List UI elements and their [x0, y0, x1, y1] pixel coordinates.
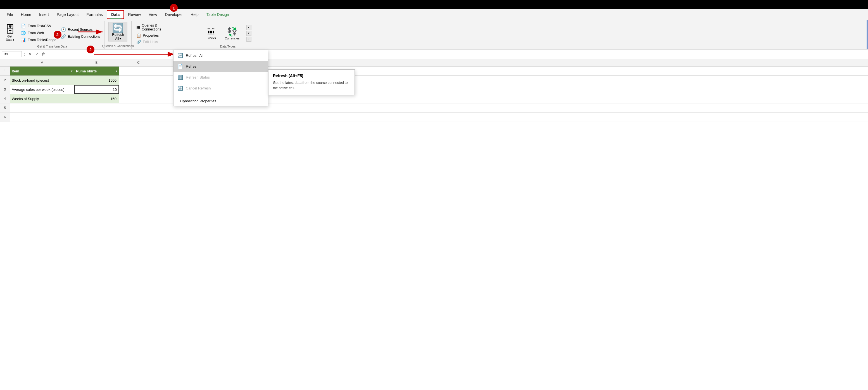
- from-text-csv-button[interactable]: 📄 From Text/CSV: [20, 23, 58, 29]
- queries-connections-button[interactable]: ▦ Queries & Connections: [135, 23, 162, 32]
- cancel-refresh-menu-item: 🔄 Cancel Refresh: [174, 83, 268, 94]
- stocks-label: Stocks: [207, 36, 216, 40]
- cancel-refresh-icon: 🔄: [177, 86, 183, 91]
- scroll-down-button[interactable]: ▼: [246, 31, 251, 36]
- get-data-button[interactable]: 🗄 Get Data ▾: [3, 24, 17, 42]
- cell-a6[interactable]: [10, 113, 74, 122]
- step-badge-1: 1: [170, 4, 178, 12]
- refresh-dropdown-menu: 🔄 Refresh All 📄 Refresh ℹ️ Refresh Statu…: [173, 50, 268, 106]
- dropdown-separator: [174, 95, 268, 95]
- tooltip-box: Refresh (Alt+F5) Get the latest data fro…: [268, 69, 355, 95]
- from-web-icon: 🌐: [21, 30, 26, 35]
- column-headers: A B C D E: [0, 59, 868, 66]
- menu-item-file[interactable]: File: [3, 11, 17, 19]
- stocks-button[interactable]: 🏛 Stocks: [204, 26, 218, 41]
- col-header-c[interactable]: C: [119, 59, 158, 66]
- refresh-all-label: Refresh: [112, 33, 124, 37]
- refresh-status-icon: ℹ️: [177, 74, 183, 80]
- cell-reference-box[interactable]: [2, 51, 22, 57]
- confirm-icon[interactable]: ✓: [34, 52, 40, 57]
- cell-c1[interactable]: [119, 66, 158, 76]
- cell-d6[interactable]: [158, 113, 197, 122]
- cancel-refresh-label: Cancel Refresh: [186, 86, 211, 90]
- menu-bar: 1 File Home Insert Page Layout Formulas …: [0, 9, 868, 20]
- cell-b4[interactable]: 150: [74, 94, 119, 103]
- refresh-all-button[interactable]: 🔄 Refresh All ▾: [108, 22, 127, 42]
- cell-c4[interactable]: [119, 94, 158, 103]
- refresh-all-menu-icon: 🔄: [177, 53, 183, 58]
- from-web-button[interactable]: 🌐 From Web: [20, 30, 58, 36]
- from-text-csv-icon: 📄: [21, 24, 26, 29]
- cell-c3[interactable]: [119, 85, 158, 94]
- step-badge-2b: 2: [87, 46, 94, 53]
- menu-item-formulas[interactable]: Formulas: [83, 11, 107, 19]
- recent-sources-icon: 🕐: [61, 27, 66, 32]
- cell-b2[interactable]: 1500: [74, 76, 119, 85]
- menu-item-home[interactable]: Home: [17, 11, 35, 19]
- currencies-label: Currencies: [225, 37, 240, 40]
- spreadsheet-row-6: 6: [0, 113, 868, 122]
- ribbon-group-refresh: 🔄 Refresh All ▾ ▦ Queries & Connections …: [104, 21, 132, 49]
- menu-item-view[interactable]: View: [145, 11, 161, 19]
- from-table-range-icon: 📊: [21, 37, 26, 42]
- cell-b6[interactable]: [74, 113, 119, 122]
- cell-a1[interactable]: Item ▾: [10, 66, 74, 76]
- currencies-button[interactable]: 💱 Currencies: [222, 26, 242, 41]
- ribbon-queries-col: ▦ Queries & Connections 📋 Properties 🔗 E…: [135, 23, 162, 45]
- cell-a5[interactable]: [10, 103, 74, 112]
- stocks-icon: 🏛: [207, 27, 215, 36]
- refresh-menu-item[interactable]: 📄 Refresh: [174, 61, 268, 72]
- cell-a4[interactable]: Weeks of Supply: [10, 94, 74, 103]
- scroll-up-button[interactable]: ▲: [246, 25, 251, 30]
- edit-links-button[interactable]: 🔗 Edit Links: [135, 39, 162, 45]
- step-badge-2a: 2: [54, 31, 61, 38]
- row-num-3: 3: [0, 85, 10, 94]
- tooltip-text: Get the latest data from the source conn…: [273, 80, 350, 91]
- refresh-all-menu-item[interactable]: 🔄 Refresh All: [174, 50, 268, 61]
- connection-properties-label: Connection Properties...: [180, 99, 219, 103]
- cell-b1[interactable]: Puma shirts ▾: [74, 66, 119, 76]
- cancel-icon[interactable]: ✕: [27, 52, 33, 57]
- currencies-icon: 💱: [227, 27, 237, 37]
- cell-c5[interactable]: [119, 103, 158, 112]
- cell-b5[interactable]: [74, 103, 119, 112]
- row-num-2: 2: [0, 76, 10, 85]
- cell-b3[interactable]: 10: [74, 85, 119, 94]
- get-transform-label: Get & Transform Data: [37, 45, 67, 48]
- menu-item-page-layout[interactable]: Page Layout: [53, 11, 83, 19]
- refresh-menu-label: Refresh: [186, 64, 198, 68]
- get-data-icon: 🗄: [5, 25, 15, 35]
- menu-item-help[interactable]: Help: [187, 11, 203, 19]
- row-num-5: 5: [0, 103, 10, 112]
- ribbon: 🗄 Get Data ▾ 📄 From Text/CSV 🌐 From Web: [0, 20, 868, 50]
- properties-button[interactable]: 📋 Properties: [135, 33, 162, 38]
- cell-a3[interactable]: Average sales per week (pieces): [10, 85, 74, 94]
- get-data-label: Get: [7, 35, 13, 38]
- tooltip-title: Refresh (Alt+F5): [273, 73, 350, 78]
- title-bar: [0, 0, 868, 9]
- menu-item-insert[interactable]: Insert: [35, 11, 53, 19]
- cell-c6[interactable]: [119, 113, 158, 122]
- scroll-expand-button[interactable]: ↕: [246, 37, 251, 42]
- col-header-b[interactable]: B: [74, 59, 119, 66]
- col-header-a[interactable]: A: [10, 59, 74, 66]
- spreadsheet: A B C D E 1 Item ▾ Puma shirts ▾ 2 Stock…: [0, 59, 868, 122]
- cell-a2[interactable]: Stock on-hand (pieces): [10, 76, 74, 85]
- edit-links-icon: 🔗: [136, 40, 141, 44]
- scroll-arrows: ▲ ▼ ↕: [246, 25, 251, 42]
- menu-item-table-design[interactable]: Table Design: [203, 11, 233, 19]
- refresh-all-menu-label: Refresh All: [186, 53, 204, 58]
- connection-properties-menu-item[interactable]: Connection Properties...: [174, 96, 268, 106]
- spreadsheet-row-4: 4 Weeks of Supply 150: [0, 94, 868, 103]
- refresh-status-menu-item: ℹ️ Refresh Status: [174, 72, 268, 83]
- menu-item-review[interactable]: Review: [124, 11, 145, 19]
- row-header-spacer: [0, 59, 10, 66]
- cell-c2[interactable]: [119, 76, 158, 85]
- from-table-range-button[interactable]: 📊 From Table/Range: [20, 37, 58, 43]
- spreadsheet-row-3: 3 Average sales per week (pieces) 10: [0, 85, 868, 94]
- cell-e6[interactable]: [197, 113, 236, 122]
- menu-item-data[interactable]: Data: [107, 10, 124, 19]
- data-types-label: Data Types: [220, 45, 236, 48]
- refresh-menu-icon: 📄: [177, 64, 183, 69]
- function-icon[interactable]: fx: [41, 52, 46, 57]
